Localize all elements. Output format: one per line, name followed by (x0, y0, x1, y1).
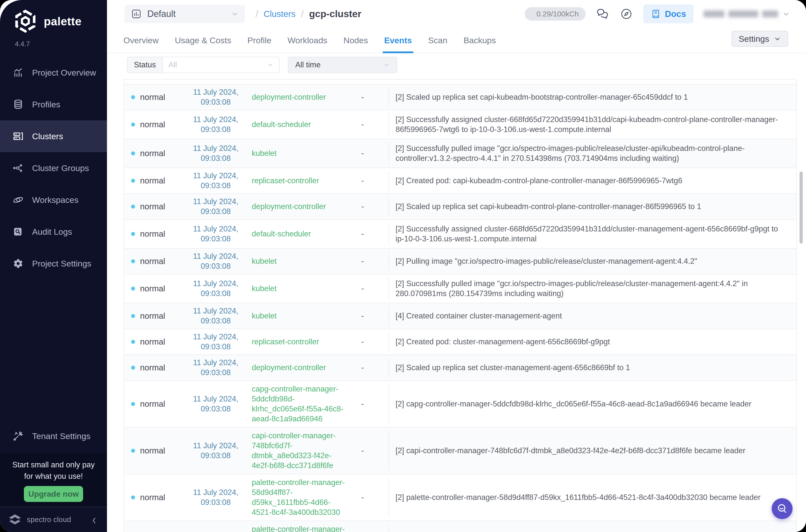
tab-profile[interactable]: Profile (247, 28, 271, 53)
event-date-cell: 11 July 2024, 09:03:08 (185, 394, 247, 414)
chevron-down-icon (782, 10, 790, 18)
status-dot-icon (131, 95, 135, 99)
network-nodes-icon (13, 162, 24, 174)
sidebar-item-project-overview[interactable]: Project Overview (0, 57, 107, 89)
sidebar-item-audit-logs[interactable]: Audit Logs (0, 216, 107, 248)
event-time: 09:03:08 (185, 125, 247, 134)
tab-usage-costs[interactable]: Usage & Costs (175, 28, 231, 53)
event-message: [2] Scaled up replica set cluster-manage… (389, 358, 796, 378)
top-bar-actions: 0.29/100kCh (525, 4, 790, 23)
upgrade-promo-panel: Start small and only pay for what you us… (0, 453, 107, 507)
main-content: Default / Clusters / gcp-cluster 0.29/10… (107, 0, 806, 532)
event-status-cell: normal (124, 446, 185, 455)
tab-nodes[interactable]: Nodes (344, 28, 368, 53)
project-selector[interactable]: Default (124, 5, 245, 23)
event-time: 09:03:08 (185, 342, 247, 352)
layers-stack-icon (13, 99, 24, 110)
chevron-down-icon (383, 62, 390, 68)
status-dot-icon (131, 449, 135, 453)
sidebar-item-cluster-groups[interactable]: Cluster Groups (0, 152, 107, 184)
book-icon (651, 9, 661, 19)
search-fab-button[interactable] (772, 498, 792, 519)
upgrade-now-button[interactable]: Upgrade now (24, 486, 83, 502)
event-source: kubelet (247, 311, 354, 321)
event-time: 09:03:08 (185, 404, 247, 414)
sidebar-item-workspaces[interactable]: Workspaces (0, 184, 107, 216)
event-source: deployment-controller (247, 92, 354, 102)
event-time: 09:03:08 (185, 153, 247, 163)
compass-icon[interactable] (619, 7, 633, 21)
vertical-scrollbar-thumb[interactable] (800, 172, 803, 244)
events-table: normal 11 July 2024, 09:03:08 deployment… (124, 79, 797, 532)
sidebar-item-clusters[interactable]: Clusters (0, 120, 107, 152)
chevron-down-icon (231, 10, 239, 18)
event-status-cell: normal (124, 93, 185, 102)
event-message: [2] Scaled up replica set capi-kubeadm-c… (389, 197, 796, 216)
event-dash: - (354, 446, 389, 455)
event-dash: - (354, 284, 389, 293)
event-row: normal 11 July 2024, 09:03:08 default-sc… (124, 110, 796, 139)
event-date-cell: 11 July 2024, 09:03:08 (185, 488, 247, 507)
clusters-icon (13, 131, 24, 142)
promo-text-line1: Start small and only pay (0, 459, 107, 471)
event-time: 09:03:08 (185, 261, 247, 271)
status-dot-icon (131, 287, 135, 291)
event-date-cell: 11 July 2024, 09:03:08 (185, 197, 247, 216)
event-dash: - (354, 337, 389, 346)
tab-events[interactable]: Events (384, 28, 412, 53)
orbit-icon (13, 194, 24, 206)
status-dot-icon (131, 122, 135, 127)
status-label: normal (140, 399, 165, 409)
status-filter-select[interactable]: All (162, 57, 280, 73)
tools-icon (13, 430, 24, 442)
event-date-cell: 11 July 2024, 09:03:08 (185, 332, 247, 352)
sidebar-item-label: Tenant Settings (32, 431, 90, 441)
time-range-select[interactable]: All time (288, 57, 397, 73)
event-date-cell: 11 July 2024, 09:03:08 (185, 144, 247, 163)
sidebar-item-profiles[interactable]: Profiles (0, 89, 107, 120)
event-dash: - (354, 149, 389, 158)
event-source: kubelet (247, 256, 354, 266)
event-source: kubelet (247, 148, 354, 158)
scrolled-row-fragment (124, 79, 796, 84)
status-dot-icon (131, 495, 135, 499)
tab-overview[interactable]: Overview (123, 28, 159, 53)
user-menu[interactable] (703, 10, 790, 18)
settings-button-label: Settings (738, 34, 769, 44)
event-dash: - (354, 176, 389, 186)
event-time: 09:03:08 (185, 316, 247, 326)
tab-scan[interactable]: Scan (428, 28, 447, 53)
status-label: normal (140, 229, 165, 239)
event-date-cell: 11 July 2024, 09:03:08 (185, 306, 247, 326)
sidebar-item-project-settings[interactable]: Project Settings (0, 248, 107, 280)
cluster-tabs: Overview Usage & Costs Profile Workloads… (107, 28, 806, 53)
event-date-cell: 11 July 2024, 09:03:08 (185, 279, 247, 299)
event-date-cell: 11 July 2024, 09:03:08 (185, 251, 247, 271)
status-label: normal (140, 149, 165, 158)
promo-text-line2: for what you use! (0, 471, 107, 482)
project-chart-icon (131, 8, 142, 19)
sidebar-collapse-icon[interactable]: ‹ (92, 513, 96, 527)
event-dash: - (354, 256, 389, 266)
tab-backups[interactable]: Backups (463, 28, 496, 53)
event-source: kubelet (247, 284, 354, 293)
event-source: replicaset-controller (247, 337, 354, 347)
palette-logo-icon (14, 10, 37, 33)
event-status-cell: normal (124, 337, 185, 346)
event-message: [2] Successfully pulled image "gcr.io/sp… (389, 277, 796, 300)
event-date: 11 July 2024, (185, 197, 247, 207)
event-message: [2] Created pod: capi-kubeadm-control-pl… (389, 171, 796, 191)
event-date-cell: 11 July 2024, 09:03:08 (185, 441, 247, 461)
tab-workloads[interactable]: Workloads (288, 28, 327, 53)
event-message: [2] capg-controller-manager-5ddcfdb98d-k… (389, 384, 796, 424)
settings-dropdown-button[interactable]: Settings (732, 31, 788, 47)
event-date: 11 July 2024, (185, 115, 247, 125)
docs-button[interactable]: Docs (643, 4, 694, 23)
event-date-cell: 11 July 2024, 09:03:08 (185, 358, 247, 378)
sidebar-item-tenant-settings[interactable]: Tenant Settings (0, 421, 107, 451)
event-row: normal 11 July 2024, 09:03:08 kubelet - … (124, 249, 796, 274)
chat-icon[interactable] (596, 7, 609, 21)
breadcrumb-link-clusters[interactable]: Clusters (264, 9, 295, 19)
usage-quota-badge: 0.29/100kCh (525, 7, 586, 21)
sidebar-item-label: Cluster Groups (32, 163, 89, 173)
